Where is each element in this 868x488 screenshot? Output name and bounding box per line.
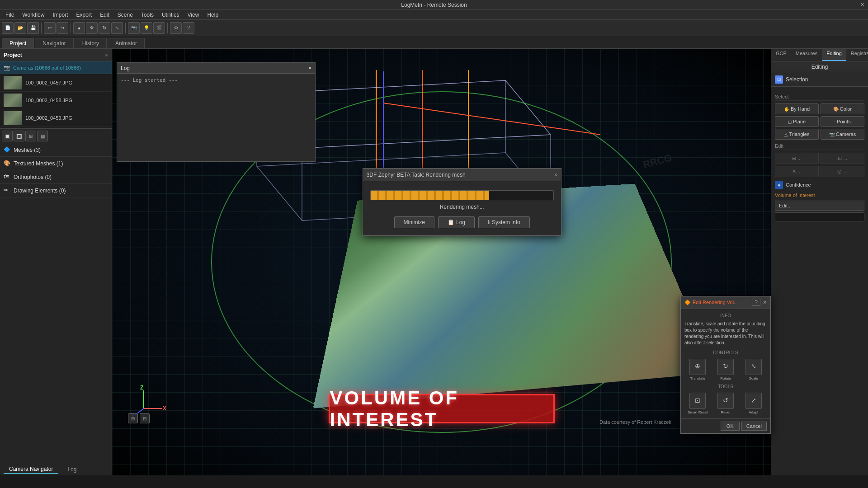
toolbar-light[interactable]: 💡 [141, 22, 152, 34]
tab-history[interactable]: History [75, 38, 107, 48]
edit-btn-1[interactable]: ⊞ ... [775, 153, 819, 164]
toolbar-camera[interactable]: 📷 [128, 22, 140, 34]
right-tab-measures[interactable]: Measures [791, 49, 822, 61]
menu-item-workflow[interactable]: Workflow [19, 11, 48, 19]
right-tab-registration[interactable]: Registration [846, 49, 868, 61]
cameras-section[interactable]: 📷 Cameras (10666 out of 10666) [0, 61, 112, 74]
edit-vol-body: INFO Translate, scale and rotate the bou… [681, 309, 770, 418]
progress-text: Rendering mesh... [370, 204, 554, 210]
menu-item-import[interactable]: Import [49, 11, 71, 19]
progress-bar-bg [370, 190, 554, 200]
edit-vol-close[interactable]: × [763, 299, 767, 306]
view-ctrl-1[interactable]: ⊞ [128, 413, 138, 423]
log-close[interactable]: × [308, 65, 311, 71]
bottom-tab-log[interactable]: Log [62, 465, 82, 474]
asset-icon-1: 🎨 [4, 160, 11, 167]
cameras-label: Cameras (10666 out of 10666) [13, 65, 81, 70]
edit-vol-title: 🔶 Edit Rendering Vol... [684, 300, 738, 305]
toolbar-open[interactable]: 📂 [14, 22, 26, 34]
view-icon-2[interactable]: 🔳 [14, 131, 24, 141]
edit-vol-help[interactable]: ? [752, 299, 760, 306]
view-ctrl-2[interactable]: ⊟ [140, 413, 150, 423]
select-color[interactable]: 🎨 Color [821, 103, 864, 114]
menu-item-tools[interactable]: Tools [137, 11, 157, 19]
toolbar-render[interactable]: 🎬 [153, 22, 165, 34]
right-tab-editing[interactable]: Editing [822, 49, 846, 61]
reset-btn[interactable]: ↺ [717, 393, 734, 409]
view-icon-3[interactable]: ⊞ [25, 131, 36, 141]
toolbar-settings[interactable]: ⚙ [170, 22, 182, 34]
asset-section-3[interactable]: ✏Drawing Elements (0) [0, 184, 112, 197]
view-icon-4[interactable]: ▦ [37, 131, 48, 141]
select-plane[interactable]: ◻ Plane [775, 116, 819, 127]
rotate-btn[interactable]: ↻ [717, 359, 734, 375]
tab-animator[interactable]: Animator [108, 38, 145, 48]
toolbar-save[interactable]: 💾 [27, 22, 39, 34]
center-view[interactable]: RRCG 人人素材 RRCG [112, 49, 771, 475]
ok-cancel-row: OK Cancel [681, 418, 770, 433]
select-cameras[interactable]: 📷 Cameras [821, 129, 864, 140]
sysinfo-button[interactable]: ℹ System info [478, 216, 530, 228]
voi-input[interactable] [775, 212, 864, 221]
camera-item-1[interactable]: 100_0002_0458.JPG [0, 92, 112, 109]
menu-item-view[interactable]: View [184, 11, 203, 19]
bottom-tab-camera-nav[interactable]: Camera Navigator [4, 465, 58, 474]
progress-close[interactable]: × [554, 172, 557, 178]
camera-item-2[interactable]: 100_0002_0459.JPG [0, 109, 112, 127]
toolbar-help[interactable]: ? [183, 22, 194, 34]
confidence-icon: ◈ [775, 181, 783, 189]
select-by-hand[interactable]: ✋ By Hand [775, 103, 819, 114]
toolbar-rotate[interactable]: ↻ [99, 22, 110, 34]
voi-section: Volume of Interest Edit... [775, 192, 864, 221]
select-triangles[interactable]: △ Triangles [775, 129, 819, 140]
translate-label: Translate [690, 376, 705, 381]
asset-section-2[interactable]: 🗺Orthophotos (0) [0, 170, 112, 184]
edit-voi-button[interactable]: Edit... [775, 201, 864, 211]
toolbar-move[interactable]: ✥ [86, 22, 98, 34]
rotate-label: Rotate [720, 376, 731, 381]
menu-item-edit[interactable]: Edit [96, 11, 113, 19]
asset-sections: 🔷Meshes (3)🎨Textured Meshes (1)🗺Orthopho… [0, 143, 112, 463]
menu-item-export[interactable]: Export [72, 11, 95, 19]
ok-button[interactable]: OK [721, 422, 740, 431]
progress-body: Rendering mesh... Minimize 📋 Log ℹ Syste… [363, 181, 561, 235]
progress-title: 3DF Zephyr BETA Task: Rendering mesh [367, 172, 466, 178]
scale-btn[interactable]: ⤡ [745, 359, 762, 375]
toolbar-redo[interactable]: ↪ [57, 22, 68, 34]
menu-item-file[interactable]: File [2, 11, 18, 19]
edit-btn-3[interactable]: ✕ ... [775, 166, 819, 177]
camera-item-0[interactable]: 100_0002_0457.JPG [0, 74, 112, 92]
axis-x-label: X [163, 405, 166, 412]
tab-navigator[interactable]: Navigator [35, 38, 73, 48]
select-points[interactable]: · Points [821, 116, 864, 127]
asset-label-1: Textured Meshes (1) [14, 160, 63, 167]
menu-item-utilities[interactable]: Utilities [158, 11, 183, 19]
adapt-btn[interactable]: ⤢ [745, 393, 762, 409]
tab-project[interactable]: Project [2, 38, 34, 48]
smart-reset-label: Smart Reset [688, 410, 708, 415]
edit-btn-4[interactable]: ◎ ... [821, 166, 864, 177]
asset-section-0[interactable]: 🔷Meshes (3) [0, 143, 112, 157]
title-close-btn[interactable]: × [861, 1, 864, 8]
translate-btn[interactable]: ⊕ [689, 359, 706, 375]
menu-item-scene[interactable]: Scene [114, 11, 137, 19]
progress-dialog: 3DF Zephyr BETA Task: Rendering mesh × R… [363, 168, 561, 236]
toolbar-scale[interactable]: ⤡ [111, 22, 123, 34]
menu-item-help[interactable]: Help [203, 11, 222, 19]
right-tab-gcp[interactable]: GCP [771, 49, 791, 61]
view-icon-1[interactable]: 🔲 [2, 131, 13, 141]
smart-reset-btn[interactable]: ⊡ [689, 393, 706, 409]
asset-section-1[interactable]: 🎨Textured Meshes (1) [0, 157, 112, 170]
toolbar-new[interactable]: 📄 [2, 22, 14, 34]
cancel-button[interactable]: Cancel [741, 422, 767, 431]
toolbar-select[interactable]: ▲ [73, 22, 85, 34]
voi-banner: VOLUME OF INTEREST [329, 394, 555, 423]
project-close[interactable]: × [105, 52, 108, 58]
minimize-button[interactable]: Minimize [394, 216, 434, 228]
log-button[interactable]: 📋 Log [438, 216, 475, 228]
confidence-label: Confidence [786, 182, 811, 188]
edit-btn-2[interactable]: ⊡ ... [821, 153, 864, 164]
asset-label-3: Drawing Elements (0) [14, 188, 66, 194]
project-header: Project × [0, 49, 112, 61]
toolbar-undo[interactable]: ↩ [44, 22, 56, 34]
